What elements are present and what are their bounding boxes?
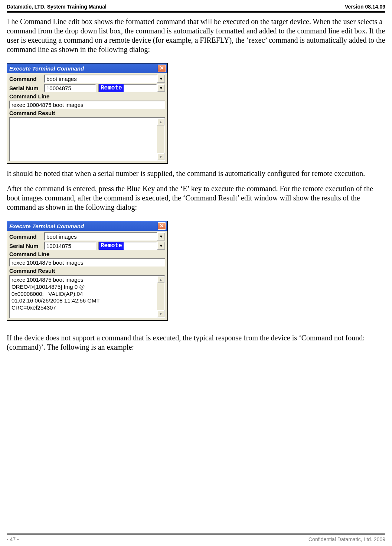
document-page: Datamatic, LTD. System Training Manual V… xyxy=(0,0,392,546)
result-output[interactable] xyxy=(10,118,157,160)
command-input[interactable]: boot images xyxy=(44,232,157,241)
execute-terminal-dialog-2: Execute Terminal Command ✕ Command boot … xyxy=(7,221,168,321)
serial-label: Serial Num xyxy=(9,85,42,91)
command-input[interactable]: boot images xyxy=(44,75,157,83)
dialog-body: Command boot images ▼ Serial Num 1001487… xyxy=(7,231,167,320)
command-label: Command xyxy=(9,233,42,240)
command-dropdown[interactable]: boot images ▼ xyxy=(44,75,165,83)
paragraph-1: The Command Line edit box shows the form… xyxy=(7,17,385,54)
serial-label: Serial Num xyxy=(9,243,42,249)
execute-terminal-dialog-1: Execute Terminal Command ✕ Command boot … xyxy=(7,63,168,164)
header-right: Version 08.14.09 xyxy=(345,4,385,10)
scroll-down-icon[interactable]: ▼ xyxy=(157,153,164,160)
paragraph-2: It should be noted that when a serial nu… xyxy=(7,169,385,178)
page-number: - 47 - xyxy=(7,536,19,542)
dialog-titlebar[interactable]: Execute Terminal Command ✕ xyxy=(7,63,167,73)
vertical-scrollbar[interactable]: ▲ ▼ xyxy=(157,276,164,317)
page-footer: - 47 - Confidential Datamatic, Ltd. 2009 xyxy=(7,536,385,542)
result-box: rexec 10014875 boot images OREO4>[100148… xyxy=(9,275,165,318)
scroll-up-icon[interactable]: ▲ xyxy=(157,118,164,125)
commandline-input[interactable]: rexec 10004875 boot images xyxy=(9,101,165,109)
result-label: Command Result xyxy=(9,110,55,116)
vertical-scrollbar[interactable]: ▲ ▼ xyxy=(157,118,164,160)
remote-badge: Remote xyxy=(99,84,124,92)
close-icon[interactable]: ✕ xyxy=(158,65,166,72)
paragraph-3: After the command is entered, press the … xyxy=(7,184,385,212)
scroll-up-icon[interactable]: ▲ xyxy=(157,276,164,283)
remote-dropdown[interactable]: Remote ▼ xyxy=(98,84,165,92)
footer-rule xyxy=(7,533,385,535)
scroll-down-icon[interactable]: ▼ xyxy=(157,310,164,317)
command-label: Command xyxy=(9,76,42,82)
header-left: Datamatic, LTD. System Training Manual xyxy=(7,4,107,10)
dialog-title: Execute Terminal Command xyxy=(9,65,84,72)
header-rule xyxy=(7,11,385,13)
dialog-titlebar[interactable]: Execute Terminal Command ✕ xyxy=(7,221,167,231)
result-output[interactable]: rexec 10014875 boot images OREO4>[100148… xyxy=(10,276,157,317)
paragraph-4: If the device does not support a command… xyxy=(7,333,385,352)
result-label: Command Result xyxy=(9,268,55,274)
footer-copyright: Confidential Datamatic, Ltd. 2009 xyxy=(308,536,385,542)
serial-input[interactable]: 10014875 xyxy=(44,242,96,250)
command-dropdown[interactable]: boot images ▼ xyxy=(44,232,165,241)
dialog-title: Execute Terminal Command xyxy=(9,223,84,229)
chevron-down-icon[interactable]: ▼ xyxy=(157,84,165,92)
remote-dropdown[interactable]: Remote ▼ xyxy=(98,242,165,250)
commandline-label: Command Line xyxy=(9,93,49,99)
commandline-input[interactable]: rexec 10014875 boot images xyxy=(9,258,165,267)
result-box: ▲ ▼ xyxy=(9,117,165,161)
remote-badge: Remote xyxy=(99,242,124,250)
serial-input[interactable]: 10004875 xyxy=(44,84,96,92)
close-icon[interactable]: ✕ xyxy=(158,222,166,230)
chevron-down-icon[interactable]: ▼ xyxy=(157,232,165,241)
page-header: Datamatic, LTD. System Training Manual V… xyxy=(7,4,385,11)
chevron-down-icon[interactable]: ▼ xyxy=(157,75,165,83)
dialog-body: Command boot images ▼ Serial Num 1000487… xyxy=(7,73,167,163)
commandline-label: Command Line xyxy=(9,251,49,257)
chevron-down-icon[interactable]: ▼ xyxy=(157,242,165,250)
